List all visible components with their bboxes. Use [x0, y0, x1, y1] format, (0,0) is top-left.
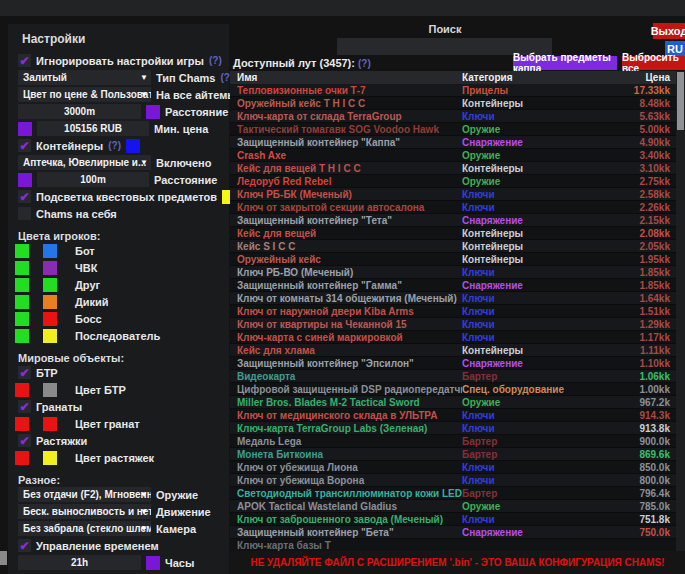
color-swatch[interactable] — [43, 329, 57, 343]
control-label: Друг — [75, 279, 100, 291]
table-row[interactable]: Ключ от наружной двери Kiba ArmsКлючи1.5… — [230, 305, 676, 318]
text-input[interactable]: 21h — [18, 555, 141, 570]
checkbox[interactable]: ✔ — [18, 434, 31, 447]
table-row[interactable]: Кейс для вещей T H I C CКонтейнеры3.10kk — [230, 162, 676, 175]
table-row[interactable]: Защищенный контейнер "Тета"Снаряжение2.1… — [230, 214, 676, 227]
dropdown[interactable]: Беск. выносливость и нет уста▼ — [18, 504, 151, 519]
cell-item-category: Спец. оборудование — [462, 384, 614, 395]
table-row[interactable]: Защищенный контейнер "Эпсилон"Снаряжение… — [230, 357, 676, 370]
table-row[interactable]: Медаль LegaБартер900.0k — [230, 435, 676, 448]
color-swatch[interactable] — [146, 556, 160, 570]
settings-controls: ✔Игнорировать настройки игры(?)Залитый▼Т… — [8, 52, 229, 571]
select-row: Без забрала (стекло шлема)▼Камера — [8, 520, 229, 537]
color-swatch[interactable] — [15, 295, 29, 309]
text-input[interactable]: 3000m — [18, 104, 141, 119]
color-swatch[interactable] — [15, 261, 29, 275]
color-swatch[interactable] — [15, 417, 29, 431]
color-swatch[interactable] — [15, 383, 29, 397]
table-row[interactable]: Ключ от убежища ЛионаКлючи850.0k — [230, 461, 676, 474]
color-swatch[interactable] — [126, 139, 140, 153]
color-swatch[interactable] — [15, 312, 29, 326]
color-swatch[interactable] — [15, 244, 29, 258]
table-row[interactable]: Защищенный контейнер "Каппа"Снаряжение4.… — [230, 136, 676, 149]
dropdown[interactable]: Без отдачи (F2), Мгновенное п▼ — [18, 487, 151, 502]
table-row[interactable]: Ключ-карта базы Т — [230, 539, 676, 551]
cell-item-name: Miller Bros. Blades M-2 Tactical Sword — [230, 397, 462, 408]
dropdown[interactable]: Цвет по цене & Пользователь▼ — [18, 87, 151, 102]
dropdown[interactable]: Залитый▼ — [18, 70, 151, 85]
checkbox[interactable]: ✔ — [18, 366, 31, 379]
cell-item-name: Кейс для хлама — [230, 345, 462, 356]
color-swatch[interactable] — [15, 329, 29, 343]
discard-all-button[interactable]: Выбросить все — [622, 56, 685, 70]
control-label: Бот — [75, 245, 95, 257]
table-row[interactable]: Тактический томагавк SOG Voodoo HawkОруж… — [230, 123, 676, 136]
resize-handle[interactable] — [0, 551, 7, 565]
dropdown[interactable]: Аптечка, Ювелирные и...▼ — [18, 155, 151, 170]
settings-panel: Настройки ✔Игнорировать настройки игры(?… — [8, 24, 229, 574]
table-row[interactable]: Оружейный кейс T H I C CКонтейнеры8.48kk — [230, 97, 676, 110]
table-row[interactable]: Crash AxeОружие3.40kk — [230, 149, 676, 162]
table-row[interactable]: ВидеокартаБартер1.06kk — [230, 370, 676, 383]
table-row[interactable]: Miller Bros. Blades M-2 Tactical SwordОр… — [230, 396, 676, 409]
control-label: ЧВК — [75, 262, 97, 274]
table-row[interactable]: Ключ РБ-БК (Меченый)Ключи2.58kk — [230, 188, 676, 201]
table-row[interactable]: Тепловизионные очки Т-7Прицелы17.33kk — [230, 84, 676, 97]
loot-table: Имя Категория Цена Тепловизионные очки Т… — [230, 71, 676, 551]
table-row[interactable]: Светодиодный трансиллюминатор кожи LEDXБ… — [230, 487, 676, 500]
loot-table-header: Имя Категория Цена — [230, 71, 676, 84]
color-swatch[interactable] — [15, 278, 29, 292]
dropdown[interactable]: Без забрала (стекло шлема)▼ — [18, 521, 151, 536]
table-row[interactable]: Защищенный контейнер "Бета"Снаряжение750… — [230, 526, 676, 539]
table-row[interactable]: Кейс S I C CКонтейнеры2.05kk — [230, 240, 676, 253]
color-swatch[interactable] — [43, 278, 57, 292]
color-swatch[interactable] — [43, 312, 57, 326]
color-swatch[interactable] — [15, 451, 29, 465]
exit-button[interactable]: Выход — [653, 23, 685, 39]
control-label: Растяжки — [36, 435, 87, 447]
checkbox[interactable]: ✔ — [18, 139, 31, 152]
cell-item-name: Светодиодный трансиллюминатор кожи LEDX — [230, 488, 462, 499]
checkbox[interactable]: ✔ — [18, 400, 31, 413]
table-row[interactable]: Ключ-карта от склада TerraGroupКлючи5.63… — [230, 110, 676, 123]
table-scrollbar[interactable] — [676, 71, 685, 551]
cell-item-category: Ключи — [462, 306, 614, 317]
color-swatch[interactable] — [43, 383, 57, 397]
table-row[interactable]: Ледоруб Red RebelОружие2.75kk — [230, 175, 676, 188]
table-row[interactable]: Ключ от комнаты 314 общежития (Меченый)К… — [230, 292, 676, 305]
table-row[interactable]: Ключ от заброшенного завода (Меченый)Клю… — [230, 513, 676, 526]
table-row[interactable]: Защищенный контейнер "Гамма"Снаряжение1.… — [230, 279, 676, 292]
dropdown-value: Беск. выносливость и нет уста — [23, 506, 151, 517]
table-row[interactable]: Ключ от медицинского склада в УЛЬТРАКлюч… — [230, 409, 676, 422]
table-row[interactable]: Ключ от закрытой секции автосалонаКлючи2… — [230, 201, 676, 214]
color-swatch[interactable] — [43, 417, 57, 431]
table-row[interactable]: Оружейный кейсКонтейнеры1.95kk — [230, 253, 676, 266]
cell-item-name: Ключ-карта с синей маркировкой — [230, 332, 462, 343]
table-row[interactable]: Монета БиткоинаБартер869.6k — [230, 448, 676, 461]
table-row[interactable]: Ключ-карта TerraGroup Labs (Зеленая)Ключ… — [230, 422, 676, 435]
select-kappa-items-button[interactable]: Выбрать предметы каппа — [513, 56, 617, 70]
text-input[interactable]: 105156 RUB — [37, 121, 149, 136]
table-row[interactable]: Ключ от убежища ВоронаКлючи800.0k — [230, 474, 676, 487]
table-row[interactable]: APOK Tactical Wasteland GladiusОружие785… — [230, 500, 676, 513]
color-swatch[interactable] — [146, 105, 160, 119]
color-swatch[interactable] — [43, 261, 57, 275]
table-row[interactable]: Ключ РБ-ВО (Меченый)Ключи1.85kk — [230, 266, 676, 279]
color-swatch[interactable] — [18, 173, 32, 187]
help-icon: (?) — [358, 58, 371, 69]
color-swatch[interactable] — [18, 122, 32, 136]
color-swatch[interactable] — [43, 451, 57, 465]
scrollbar-thumb[interactable] — [677, 72, 684, 130]
checkbox[interactable]: ✔ — [18, 54, 31, 67]
checkbox[interactable] — [18, 207, 31, 220]
checkbox[interactable]: ✔ — [18, 190, 31, 203]
color-swatch[interactable] — [43, 295, 57, 309]
table-row[interactable]: Ключ от квартиры на Чеканной 15Ключи1.29… — [230, 318, 676, 331]
checkbox[interactable]: ✔ — [18, 539, 31, 552]
text-input[interactable]: 100m — [37, 172, 149, 187]
table-row[interactable]: Кейс для вещейКонтейнеры2.08kk — [230, 227, 676, 240]
table-row[interactable]: Кейс для хламаКонтейнеры1.11kk — [230, 344, 676, 357]
table-row[interactable]: Цифровой защищенный DSP радиопередатчикС… — [230, 383, 676, 396]
color-swatch[interactable] — [43, 244, 57, 258]
table-row[interactable]: Ключ-карта с синей маркировкойКлючи1.17k… — [230, 331, 676, 344]
